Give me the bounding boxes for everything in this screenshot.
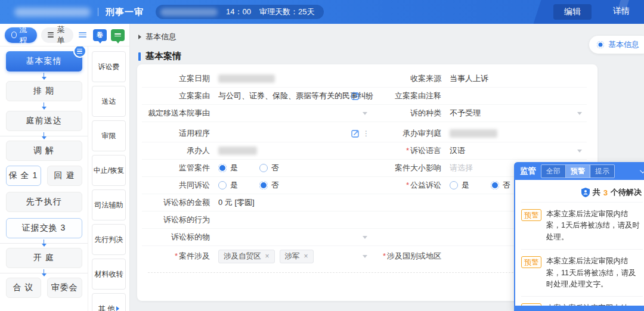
radio-no[interactable]: 否 bbox=[259, 163, 279, 173]
expand-arrow-icon bbox=[116, 306, 119, 311]
flow-node-scheduling[interactable]: 排 期 bbox=[6, 81, 82, 101]
flow-node-advance-execution[interactable]: 先予执行 bbox=[6, 192, 82, 212]
flow-node-label: 排 期 bbox=[33, 86, 54, 97]
chevron-down-icon[interactable] bbox=[640, 167, 644, 173]
filing-date-label: 立案日期 bbox=[142, 73, 218, 84]
hearing-time: 14：00 bbox=[226, 7, 251, 17]
case-source-label: 收案来源 bbox=[370, 73, 450, 84]
radio-no[interactable]: 否 bbox=[491, 180, 510, 191]
breadcrumb-label: 基本信息 bbox=[145, 32, 177, 42]
radio-selected-icon bbox=[259, 181, 268, 189]
anchor-basic-info[interactable]: 基本信息 bbox=[589, 36, 644, 54]
shield-icon bbox=[581, 188, 590, 197]
detail-button[interactable]: 详情 bbox=[613, 6, 630, 17]
warning-alert[interactable]: 预警 本案立案后法定审限内结案，1天后将被冻结，请及时处理。 bbox=[521, 203, 643, 250]
subject-matter-label: 诉讼标的物 bbox=[142, 232, 218, 242]
top-bar: 刑事一审 14：00 审理天数：25天 编辑 详情 bbox=[0, 0, 644, 24]
flow-node-mediation[interactable]: 调 解 bbox=[6, 141, 82, 161]
radio-yes[interactable]: 是 bbox=[218, 180, 238, 191]
radio-no[interactable]: 否 bbox=[259, 180, 279, 191]
case-file-icon[interactable]: 卷 bbox=[93, 29, 107, 41]
menu-item-material-transfer[interactable]: 材料收转 bbox=[92, 259, 126, 290]
collapse-toggle-icon[interactable] bbox=[79, 32, 86, 38]
language-select[interactable]: 汉语 bbox=[450, 145, 587, 156]
required-mark: * bbox=[175, 251, 178, 260]
flow-node-label: 庭前送达 bbox=[26, 116, 62, 126]
menu-item-delivery[interactable]: 送达 bbox=[92, 86, 126, 117]
pending-summary: 共3个待解决 bbox=[521, 182, 643, 203]
supervision-tabs: 全部 预警 提示 bbox=[541, 164, 615, 178]
transfer-reason-label: 裁定移送本院事由 bbox=[142, 108, 218, 119]
edit-icon[interactable] bbox=[351, 129, 360, 138]
public-interest-label: *公益诉讼 bbox=[370, 180, 450, 191]
workflow-glyph bbox=[114, 33, 121, 36]
breadcrumb-arrow-icon bbox=[138, 35, 141, 39]
tag-close-icon[interactable]: × bbox=[265, 252, 270, 260]
menu-item-judicial-assist[interactable]: 司法辅助 bbox=[92, 189, 126, 220]
flow-arrow bbox=[0, 238, 88, 248]
menu-item-other[interactable]: 其 他 bbox=[92, 293, 126, 311]
tab-tip[interactable]: 提示 bbox=[590, 165, 614, 178]
flow-node-basic-case[interactable]: 基本案情 bbox=[6, 51, 82, 71]
flow-node-preservation[interactable]: 保 全 1 bbox=[6, 166, 41, 186]
menu-item-suspend-resume[interactable]: 中止/恢复 bbox=[92, 155, 126, 186]
flow-node-evidence-exchange[interactable]: 证据交换 3 bbox=[6, 218, 82, 238]
tag-free-trade-zone[interactable]: 涉及自贸区× bbox=[218, 250, 275, 263]
flow-node-pretrial-delivery[interactable]: 庭前送达 bbox=[6, 111, 82, 131]
flow-node-menu-badge[interactable] bbox=[73, 46, 86, 58]
pending-count: 3 bbox=[603, 188, 608, 197]
radio-selected-icon bbox=[491, 181, 499, 189]
tab-menu[interactable]: 菜单 bbox=[41, 27, 73, 43]
more-options-icon[interactable]: ⋮ bbox=[363, 92, 370, 100]
flow-arrow bbox=[0, 71, 88, 81]
case-impact-label: 案件大小影响 bbox=[370, 163, 450, 173]
menu-item-litigation-fee[interactable]: 诉讼费 bbox=[92, 51, 126, 82]
flow-node-label: 审委会 bbox=[51, 282, 78, 293]
flow-node-label: 保 全 1 bbox=[9, 170, 38, 181]
section-header: 基本案情 bbox=[138, 51, 644, 62]
dropdown-caret-icon bbox=[577, 150, 582, 153]
procedure-label: 适用程序 bbox=[142, 128, 218, 139]
flow-node-judicial-committee[interactable]: 审委会 bbox=[47, 278, 82, 298]
supervision-title: 监管 bbox=[520, 166, 536, 176]
warning-alert[interactable]: 预警 本案立案后法定审限内结案，11天后将被冻结，请及时处理,处理文字。 bbox=[521, 297, 643, 306]
pill-redacted-text bbox=[160, 8, 218, 16]
warning-alert[interactable]: 预警 本案立案后法定审限内结案，11天后将被冻结，请及时处理,处理文字。 bbox=[521, 250, 643, 297]
trial-court-label: 承办审判庭 bbox=[370, 128, 450, 139]
case-involves-select[interactable]: 涉及自贸区× 涉军× bbox=[218, 250, 370, 263]
tab-process-label: 流程 bbox=[20, 24, 31, 46]
handler-value-redacted bbox=[218, 147, 257, 155]
edit-button[interactable]: 编辑 bbox=[553, 4, 592, 20]
tab-warning[interactable]: 预警 bbox=[566, 165, 590, 178]
tag-close-icon[interactable]: × bbox=[304, 252, 308, 260]
warning-badge: 预警 bbox=[521, 209, 541, 221]
menu-item-trial-limit[interactable]: 审限 bbox=[92, 120, 126, 151]
required-mark: * bbox=[383, 251, 386, 260]
radio-yes[interactable]: 是 bbox=[450, 180, 469, 191]
suit-type-select[interactable]: 不予受理 bbox=[450, 108, 587, 119]
tab-process[interactable]: 流程 bbox=[5, 27, 37, 43]
radio-icon bbox=[259, 164, 268, 172]
subject-amount-value: 0 元 [零圆] bbox=[218, 197, 255, 208]
tag-military[interactable]: 涉军× bbox=[280, 250, 314, 263]
menu-item-label: 诉讼费 bbox=[98, 62, 120, 72]
supervision-panel-header: 监管 全部 预警 提示 bbox=[514, 162, 644, 180]
radio-selected-icon bbox=[218, 164, 227, 172]
edit-icon[interactable] bbox=[351, 92, 360, 100]
more-options-icon[interactable]: ⋮ bbox=[363, 129, 370, 138]
flow-node-label: 开 庭 bbox=[33, 253, 54, 263]
dropdown-caret-icon bbox=[363, 255, 367, 258]
workflow-icon[interactable] bbox=[111, 29, 125, 41]
menu-item-label: 审限 bbox=[102, 131, 116, 141]
flow-node-court-session[interactable]: 开 庭 bbox=[6, 248, 82, 268]
flow-node-label: 先予执行 bbox=[26, 197, 62, 207]
menu-item-advance-judgment[interactable]: 先行判决 bbox=[92, 224, 126, 255]
handler-label: 承办人 bbox=[142, 145, 218, 156]
flow-node-collegiate[interactable]: 合 议 bbox=[6, 278, 41, 298]
radio-yes[interactable]: 是 bbox=[218, 163, 238, 173]
cause-note-label: 立案案由注释 bbox=[370, 91, 450, 101]
section-accent-bar bbox=[138, 52, 141, 61]
flow-node-recusal[interactable]: 回 避 bbox=[47, 166, 82, 186]
trial-court-value-redacted bbox=[450, 129, 497, 138]
tab-all[interactable]: 全部 bbox=[541, 165, 566, 178]
